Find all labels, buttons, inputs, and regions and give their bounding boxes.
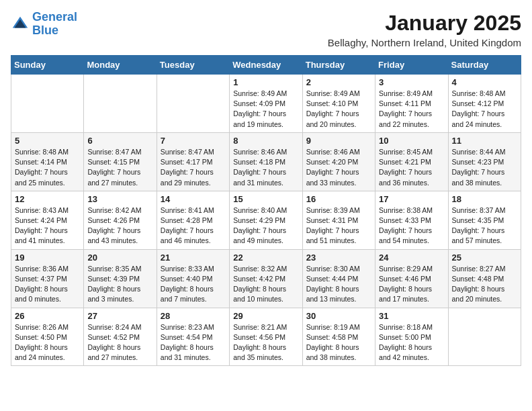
day-number: 6 <box>87 136 152 146</box>
day-number: 20 <box>87 253 152 263</box>
day-number: 15 <box>233 194 298 204</box>
day-number: 24 <box>379 253 444 263</box>
day-info: Sunrise: 8:23 AM Sunset: 4:54 PM Dayligh… <box>161 322 226 363</box>
calendar-cell: 25Sunrise: 8:27 AM Sunset: 4:48 PM Dayli… <box>448 249 521 308</box>
calendar-cell <box>84 75 157 133</box>
day-info: Sunrise: 8:49 AM Sunset: 4:09 PM Dayligh… <box>233 89 298 130</box>
calendar-cell: 2Sunrise: 8:49 AM Sunset: 4:10 PM Daylig… <box>302 75 375 133</box>
day-number: 28 <box>161 311 226 321</box>
day-info: Sunrise: 8:42 AM Sunset: 4:26 PM Dayligh… <box>87 205 152 246</box>
weekday-header: Thursday <box>302 56 375 75</box>
day-number: 23 <box>306 253 371 263</box>
calendar-cell <box>448 308 521 366</box>
day-number: 7 <box>161 136 226 146</box>
day-info: Sunrise: 8:47 AM Sunset: 4:17 PM Dayligh… <box>161 147 226 188</box>
day-info: Sunrise: 8:45 AM Sunset: 4:21 PM Dayligh… <box>379 147 444 188</box>
calendar-cell: 30Sunrise: 8:19 AM Sunset: 4:58 PM Dayli… <box>302 308 375 366</box>
day-number: 26 <box>15 311 80 321</box>
day-info: Sunrise: 8:46 AM Sunset: 4:20 PM Dayligh… <box>306 147 371 188</box>
day-info: Sunrise: 8:26 AM Sunset: 4:50 PM Dayligh… <box>15 322 80 363</box>
calendar-cell: 9Sunrise: 8:46 AM Sunset: 4:20 PM Daylig… <box>302 132 375 191</box>
calendar-cell: 27Sunrise: 8:24 AM Sunset: 4:52 PM Dayli… <box>84 308 157 366</box>
day-info: Sunrise: 8:37 AM Sunset: 4:35 PM Dayligh… <box>452 205 517 246</box>
calendar-cell: 21Sunrise: 8:33 AM Sunset: 4:40 PM Dayli… <box>157 249 229 308</box>
day-info: Sunrise: 8:41 AM Sunset: 4:28 PM Dayligh… <box>161 205 226 246</box>
calendar-cell: 17Sunrise: 8:38 AM Sunset: 4:33 PM Dayli… <box>375 191 448 249</box>
page-header: General Blue January 2025 Bellaghy, Nort… <box>11 11 521 48</box>
day-number: 11 <box>452 136 517 146</box>
day-info: Sunrise: 8:35 AM Sunset: 4:39 PM Dayligh… <box>87 264 152 305</box>
day-info: Sunrise: 8:24 AM Sunset: 4:52 PM Dayligh… <box>87 322 152 363</box>
day-number: 21 <box>161 253 226 263</box>
day-number: 30 <box>306 311 371 321</box>
day-info: Sunrise: 8:21 AM Sunset: 4:56 PM Dayligh… <box>233 322 298 363</box>
calendar-week-row: 26Sunrise: 8:26 AM Sunset: 4:50 PM Dayli… <box>11 308 521 366</box>
day-number: 18 <box>452 194 517 204</box>
day-number: 5 <box>15 136 80 146</box>
day-info: Sunrise: 8:46 AM Sunset: 4:18 PM Dayligh… <box>233 147 298 188</box>
calendar-cell: 31Sunrise: 8:18 AM Sunset: 5:00 PM Dayli… <box>375 308 448 366</box>
day-info: Sunrise: 8:38 AM Sunset: 4:33 PM Dayligh… <box>379 205 444 246</box>
day-number: 2 <box>306 77 371 87</box>
calendar-week-row: 1Sunrise: 8:49 AM Sunset: 4:09 PM Daylig… <box>11 75 521 133</box>
calendar-cell: 16Sunrise: 8:39 AM Sunset: 4:31 PM Dayli… <box>302 191 375 249</box>
title-block: January 2025 Bellaghy, Northern Ireland,… <box>328 11 521 48</box>
calendar-cell: 14Sunrise: 8:41 AM Sunset: 4:28 PM Dayli… <box>157 191 229 249</box>
calendar-cell: 13Sunrise: 8:42 AM Sunset: 4:26 PM Dayli… <box>84 191 157 249</box>
day-number: 31 <box>379 311 444 321</box>
day-info: Sunrise: 8:49 AM Sunset: 4:10 PM Dayligh… <box>306 89 371 130</box>
day-number: 17 <box>379 194 444 204</box>
calendar-week-row: 12Sunrise: 8:43 AM Sunset: 4:24 PM Dayli… <box>11 191 521 249</box>
calendar-cell: 12Sunrise: 8:43 AM Sunset: 4:24 PM Dayli… <box>11 191 84 249</box>
weekday-header: Saturday <box>448 56 521 75</box>
calendar-week-row: 5Sunrise: 8:48 AM Sunset: 4:14 PM Daylig… <box>11 132 521 191</box>
day-number: 25 <box>452 253 517 263</box>
calendar-cell: 7Sunrise: 8:47 AM Sunset: 4:17 PM Daylig… <box>157 132 229 191</box>
day-info: Sunrise: 8:48 AM Sunset: 4:12 PM Dayligh… <box>452 89 517 130</box>
weekday-header: Monday <box>84 56 157 75</box>
month-title: January 2025 <box>328 11 521 36</box>
calendar-cell: 15Sunrise: 8:40 AM Sunset: 4:29 PM Dayli… <box>230 191 302 249</box>
day-number: 14 <box>161 194 226 204</box>
calendar-week-row: 19Sunrise: 8:36 AM Sunset: 4:37 PM Dayli… <box>11 249 521 308</box>
day-number: 16 <box>306 194 371 204</box>
calendar-cell: 8Sunrise: 8:46 AM Sunset: 4:18 PM Daylig… <box>230 132 302 191</box>
logo: General Blue <box>11 11 77 38</box>
calendar-cell: 26Sunrise: 8:26 AM Sunset: 4:50 PM Dayli… <box>11 308 84 366</box>
calendar-cell: 6Sunrise: 8:47 AM Sunset: 4:15 PM Daylig… <box>84 132 157 191</box>
weekday-header: Tuesday <box>157 56 229 75</box>
day-number: 29 <box>233 311 298 321</box>
calendar-cell <box>11 75 84 133</box>
calendar-cell: 3Sunrise: 8:49 AM Sunset: 4:11 PM Daylig… <box>375 75 448 133</box>
day-info: Sunrise: 8:43 AM Sunset: 4:24 PM Dayligh… <box>15 205 80 246</box>
day-info: Sunrise: 8:30 AM Sunset: 4:44 PM Dayligh… <box>306 264 371 305</box>
calendar-cell: 24Sunrise: 8:29 AM Sunset: 4:46 PM Dayli… <box>375 249 448 308</box>
day-number: 8 <box>233 136 298 146</box>
day-number: 12 <box>15 194 80 204</box>
day-info: Sunrise: 8:33 AM Sunset: 4:40 PM Dayligh… <box>161 264 226 305</box>
day-info: Sunrise: 8:36 AM Sunset: 4:37 PM Dayligh… <box>15 264 80 305</box>
day-number: 9 <box>306 136 371 146</box>
calendar-cell: 1Sunrise: 8:49 AM Sunset: 4:09 PM Daylig… <box>230 75 302 133</box>
day-info: Sunrise: 8:18 AM Sunset: 5:00 PM Dayligh… <box>379 322 444 363</box>
weekday-header-row: SundayMondayTuesdayWednesdayThursdayFrid… <box>11 56 521 75</box>
calendar-cell: 4Sunrise: 8:48 AM Sunset: 4:12 PM Daylig… <box>448 75 521 133</box>
calendar-cell: 5Sunrise: 8:48 AM Sunset: 4:14 PM Daylig… <box>11 132 84 191</box>
day-info: Sunrise: 8:47 AM Sunset: 4:15 PM Dayligh… <box>87 147 152 188</box>
logo-icon <box>11 15 30 34</box>
calendar-cell: 10Sunrise: 8:45 AM Sunset: 4:21 PM Dayli… <box>375 132 448 191</box>
calendar-cell <box>157 75 229 133</box>
calendar-cell: 20Sunrise: 8:35 AM Sunset: 4:39 PM Dayli… <box>84 249 157 308</box>
weekday-header: Wednesday <box>230 56 302 75</box>
day-number: 19 <box>15 253 80 263</box>
calendar-cell: 28Sunrise: 8:23 AM Sunset: 4:54 PM Dayli… <box>157 308 229 366</box>
calendar-cell: 11Sunrise: 8:44 AM Sunset: 4:23 PM Dayli… <box>448 132 521 191</box>
day-info: Sunrise: 8:49 AM Sunset: 4:11 PM Dayligh… <box>379 89 444 130</box>
day-number: 22 <box>233 253 298 263</box>
day-info: Sunrise: 8:32 AM Sunset: 4:42 PM Dayligh… <box>233 264 298 305</box>
calendar-cell: 18Sunrise: 8:37 AM Sunset: 4:35 PM Dayli… <box>448 191 521 249</box>
day-info: Sunrise: 8:39 AM Sunset: 4:31 PM Dayligh… <box>306 205 371 246</box>
calendar-cell: 29Sunrise: 8:21 AM Sunset: 4:56 PM Dayli… <box>230 308 302 366</box>
day-info: Sunrise: 8:40 AM Sunset: 4:29 PM Dayligh… <box>233 205 298 246</box>
calendar-cell: 19Sunrise: 8:36 AM Sunset: 4:37 PM Dayli… <box>11 249 84 308</box>
